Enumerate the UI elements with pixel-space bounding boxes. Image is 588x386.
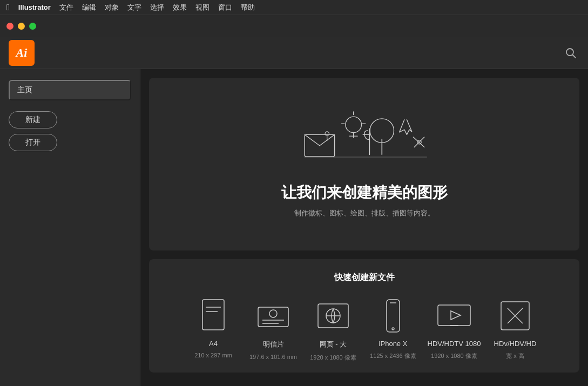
template-size-0: 210 x 297 mm: [194, 352, 232, 358]
hero-title: 让我们来创建精美的图形: [281, 182, 448, 203]
template-icon-web: [314, 296, 353, 335]
sidebar: 主页 新建 打开: [0, 69, 140, 386]
menu-window[interactable]: 窗口: [218, 3, 232, 12]
template-item-postcard[interactable]: 明信片197.6 x 101.6 mm: [248, 296, 299, 362]
new-button[interactable]: 新建: [9, 111, 57, 128]
svg-point-31: [392, 328, 394, 330]
svg-rect-19: [202, 300, 224, 330]
template-item-a4[interactable]: A4210 x 297 mm: [188, 296, 239, 362]
template-size-4: 1920 x 1080 像素: [431, 352, 477, 360]
template-name-1: 明信片: [263, 340, 284, 349]
menu-effect[interactable]: 效果: [173, 3, 187, 12]
content-area: 让我们来创建精美的图形 制作徽标、图标、绘图、排版、插图等内容。 快速创建新文件…: [140, 69, 588, 386]
toolbar: Ai: [0, 37, 588, 69]
app-name: Illustrator: [18, 3, 51, 11]
traffic-lights: [0, 15, 588, 37]
menu-object[interactable]: 对象: [105, 3, 119, 12]
hero-illustration: [300, 105, 429, 170]
quick-create-section: 快速创建新文件 A4210 x 297 mm明信片197.6 x 101.6 m…: [149, 259, 579, 373]
menubar:  Illustrator 文件 编辑 对象 文字 选择 效果 视图 窗口 帮助: [0, 0, 588, 15]
template-icon-postcard: [254, 296, 293, 335]
menu-select[interactable]: 选择: [150, 3, 164, 12]
template-size-3: 1125 x 2436 像素: [370, 352, 416, 360]
template-name-2: 网页 - 大: [320, 340, 347, 349]
sidebar-buttons: 新建 打开: [9, 111, 131, 151]
svg-point-3: [345, 117, 361, 133]
template-size-2: 1920 x 1080 像素: [310, 354, 356, 362]
main-layout: 主页 新建 打开: [0, 69, 588, 386]
template-size-5: 宽 x 高: [506, 352, 524, 360]
menu-help[interactable]: 帮助: [241, 3, 255, 12]
svg-point-16: [325, 132, 329, 136]
template-name-5: HDv/HDV/HD: [494, 340, 537, 348]
quick-create-title: 快速创建新文件: [160, 272, 569, 283]
menu-file[interactable]: 文件: [59, 3, 73, 12]
template-icon-iphone: [374, 296, 413, 335]
menu-text[interactable]: 文字: [127, 3, 141, 12]
hero-subtitle: 制作徽标、图标、绘图、排版、插图等内容。: [294, 208, 435, 218]
template-item-custom[interactable]: HDv/HDV/HD宽 x 高: [489, 296, 540, 362]
template-item-web[interactable]: 网页 - 大1920 x 1080 像素: [308, 296, 359, 362]
menu-view[interactable]: 视图: [195, 3, 209, 12]
home-button[interactable]: 主页: [9, 80, 131, 100]
template-name-3: iPhone X: [379, 340, 408, 348]
svg-rect-32: [438, 305, 470, 326]
search-button[interactable]: [562, 44, 579, 62]
template-grid: A4210 x 297 mm明信片197.6 x 101.6 mm网页 - 大1…: [160, 296, 569, 362]
template-item-iphone[interactable]: iPhone X1125 x 2436 像素: [368, 296, 419, 362]
svg-point-10: [370, 119, 394, 143]
template-icon-custom: [496, 296, 535, 335]
hero-section: 让我们来创建精美的图形 制作徽标、图标、绘图、排版、插图等内容。: [149, 78, 579, 250]
template-icon-hdtv: [435, 296, 474, 335]
minimize-button[interactable]: [18, 23, 25, 30]
template-name-4: HDV/HDTV 1080: [428, 340, 481, 348]
template-name-0: A4: [209, 340, 218, 348]
template-size-1: 197.6 x 101.6 mm: [249, 354, 297, 360]
close-button[interactable]: [6, 23, 13, 30]
ai-logo: Ai: [9, 40, 35, 66]
template-icon-a4: [194, 296, 233, 335]
svg-marker-33: [451, 311, 461, 320]
svg-point-23: [269, 310, 277, 317]
apple-menu[interactable]: : [6, 3, 10, 12]
svg-line-1: [573, 55, 576, 58]
svg-rect-29: [387, 300, 400, 332]
template-item-hdtv[interactable]: HDV/HDTV 10801920 x 1080 像素: [428, 296, 481, 362]
open-button[interactable]: 打开: [9, 134, 57, 151]
maximize-button[interactable]: [29, 23, 36, 30]
menu-edit[interactable]: 编辑: [82, 3, 96, 12]
